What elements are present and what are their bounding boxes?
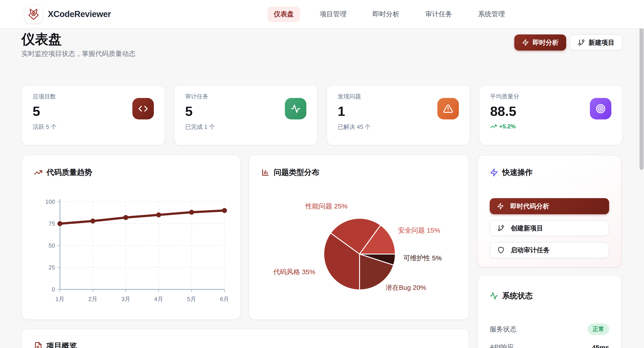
stat-sub: 已解决 45 个 [338,123,459,131]
svg-text:0: 0 [52,286,55,293]
svg-text:75: 75 [48,220,55,227]
brand-name: XCodeReviewer [48,9,111,19]
svg-text:2月: 2月 [88,296,97,302]
dashboard-page: XCodeReviewer 仪表盘 项目管理 即时分析 审计任务 系统管理 仪表… [0,0,644,348]
code-icon [132,98,154,120]
svg-text:5月: 5月 [187,296,196,302]
alert-triangle-icon [438,98,459,120]
file-text-icon [34,342,42,348]
stat-card-avg-quality: 平均质量分 88.5 +5.2% [479,85,622,145]
svg-text:25: 25 [48,264,55,271]
activity-icon [490,292,498,300]
stat-card-issues-found: 发现问题 1 已解决 45 个 [326,85,470,145]
hero-actions: 即时分析 新建项目 [514,34,622,50]
stat-card-audit-tasks: 审计任务 5 已完成 1 个 [174,85,318,145]
panel-title: 快速操作 [502,167,533,178]
project-overview-card: 项目概览 [22,329,469,348]
nav-item-dashboard[interactable]: 仪表盘 [268,6,300,22]
shield-icon [497,246,504,254]
issue-pie-chart [249,155,469,319]
git-branch-icon [578,39,585,46]
stat-card-total-projects: 总项目数 5 活跃 5 个 [22,85,165,145]
brand[interactable]: XCodeReviewer [24,5,111,23]
nav-item-audit-tasks[interactable]: 审计任务 [419,6,458,22]
nav-links: 仪表盘 项目管理 即时分析 审计任务 系统管理 [268,6,511,22]
svg-text:1月: 1月 [56,296,64,302]
new-project-button[interactable]: 新建项目 [570,34,622,50]
stat-cards-row: 总项目数 5 活跃 5 个 审计任务 5 已完成 1 个 发现问题 1 已解决 … [22,85,622,145]
issue-distribution-card: 问题类型分布 性能问题 25% 安全问题 15% 可维护性 5% 潜在Bug 2… [249,155,469,320]
create-project-button[interactable]: 创建新项目 [490,220,609,236]
target-icon [590,98,611,120]
trending-up-icon [490,123,497,130]
stat-sub: 已完成 1 个 [185,123,306,131]
page-subtitle: 实时监控项目状态，掌握代码质量动态 [22,50,622,58]
svg-text:50: 50 [48,242,55,249]
svg-text:100: 100 [46,198,55,205]
scrollbar-thumb[interactable] [640,5,644,170]
quality-trend-chart: 02550751001月2月3月4月5月6月 [27,196,234,310]
instant-code-analysis-button[interactable]: 即时代码分析 [490,198,609,214]
logo-fox-icon [24,5,42,23]
pie-label-code-style: 代码风格 35% [273,268,315,276]
main-grid: 代码质量趋势 02550751001月2月3月4月5月6月 问题类型分布 性能问… [22,155,622,348]
zap-icon [490,168,498,177]
nav-item-system-admin[interactable]: 系统管理 [472,6,511,22]
pie-label-maintainability: 可维护性 5% [404,254,442,262]
git-branch-icon [497,224,504,232]
stat-sub: 活跃 5 个 [33,123,154,131]
svg-text:4月: 4月 [154,296,163,302]
right-column: 快速操作 即时代码分析 创建新项目 启动审计任务 [477,155,622,348]
quick-actions-card: 快速操作 即时代码分析 创建新项目 启动审计任务 [477,155,622,268]
scrollbar-track[interactable] [639,0,644,348]
zap-icon [497,203,504,210]
nav-item-instant-analysis[interactable]: 即时分析 [366,6,406,22]
nav-item-projects[interactable]: 项目管理 [314,6,353,22]
status-badge: 正常 [588,324,609,335]
system-status-card: 系统状态 服务状态 正常 API响应 45ms [477,275,622,348]
status-row-service: 服务状态 正常 [490,324,609,335]
pie-label-security: 安全问题 15% [398,226,440,235]
hero-section: 仪表盘 实时监控项目状态，掌握代码质量动态 即时分析 新建项目 [22,29,622,85]
top-nav: XCodeReviewer 仪表盘 项目管理 即时分析 审计任务 系统管理 [0,0,644,29]
status-row-api: API响应 45ms [490,341,609,348]
svg-text:6月: 6月 [220,296,229,302]
trending-up-icon [34,168,42,177]
panel-title: 代码质量趋势 [46,167,92,178]
pie-label-potential-bug: 潜在Bug 20% [386,284,426,292]
panel-title: 项目概览 [46,341,77,348]
activity-icon [285,98,306,120]
quality-trend-card: 代码质量趋势 02550751001月2月3月4月5月6月 [22,155,240,320]
stat-trend: +5.2% [490,123,611,130]
instant-analysis-button[interactable]: 即时分析 [514,34,566,50]
panel-title: 系统状态 [502,291,533,301]
zap-icon [522,39,529,46]
pie-label-performance: 性能问题 25% [306,202,348,211]
svg-text:3月: 3月 [121,296,130,302]
start-audit-button[interactable]: 启动审计任务 [490,242,609,258]
